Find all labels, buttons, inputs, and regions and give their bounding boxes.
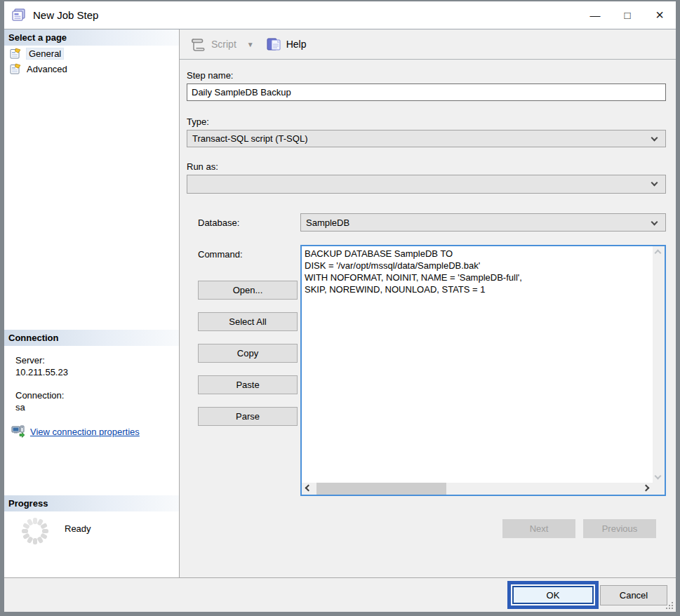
- vertical-scrollbar[interactable]: [653, 246, 665, 483]
- help-label: Help: [286, 39, 307, 50]
- server-value: 10.211.55.23: [15, 366, 179, 378]
- chevron-down-icon: [651, 180, 658, 187]
- scrollbar-thumb[interactable]: [316, 483, 446, 495]
- command-textarea[interactable]: BACKUP DATABASE SampleDB TO DISK = '/var…: [300, 245, 666, 496]
- type-select[interactable]: Transact-SQL script (T-SQL): [187, 130, 666, 147]
- job-step-form: Step name: Type: Transact-SQL script (T-…: [180, 60, 676, 577]
- chevron-down-icon: [651, 219, 658, 226]
- type-select-value: Transact-SQL script (T-SQL): [192, 133, 307, 144]
- step-nav-row: Next Previous: [187, 519, 666, 538]
- job-step-icon: [11, 8, 26, 22]
- connection-header: Connection: [4, 330, 179, 346]
- maximize-button[interactable]: □: [611, 1, 644, 29]
- previous-button[interactable]: Previous: [583, 519, 656, 538]
- view-connection-properties-link[interactable]: View connection properties: [11, 424, 179, 438]
- sidebar: Select a page General: [4, 29, 180, 577]
- database-label: Database:: [187, 217, 300, 228]
- copy-button[interactable]: Copy: [198, 344, 298, 363]
- database-select-value: SampleDB: [306, 217, 349, 228]
- progress-status: Ready: [65, 523, 91, 534]
- window-controls: — □ ×: [579, 1, 676, 29]
- run-as-select[interactable]: [187, 175, 666, 194]
- window-title: New Job Step: [33, 9, 98, 21]
- ok-annotation-highlight: OK: [507, 581, 599, 609]
- run-as-label: Run as:: [187, 161, 666, 172]
- connection-label: Connection:: [15, 389, 179, 401]
- select-a-page-header: Select a page: [4, 29, 179, 46]
- open-button[interactable]: Open...: [198, 281, 298, 300]
- cancel-button[interactable]: Cancel: [600, 585, 667, 605]
- titlebar: New Job Step — □ ×: [4, 1, 676, 29]
- server-label: Server:: [15, 354, 179, 366]
- command-controls: Command: Open... Select All Copy Paste P…: [187, 245, 300, 496]
- progress-section: Ready: [4, 511, 179, 547]
- paste-button[interactable]: Paste: [198, 375, 298, 394]
- script-scroll-icon: [189, 37, 206, 51]
- script-button[interactable]: Script ▼: [189, 37, 254, 51]
- dialog-footer: OK Cancel: [4, 577, 676, 612]
- scrollbar-corner: [653, 483, 665, 495]
- type-label: Type:: [187, 116, 666, 127]
- sidebar-item-label: Advanced: [27, 64, 67, 74]
- connection-properties-icon: [11, 425, 25, 438]
- minimize-button[interactable]: —: [579, 1, 611, 29]
- resize-grip[interactable]: [665, 601, 674, 610]
- sidebar-item-advanced[interactable]: Advanced: [4, 61, 179, 76]
- new-job-step-dialog: New Job Step — □ × Select a page: [0, 0, 680, 616]
- dialog-body: Select a page General: [4, 29, 676, 577]
- step-name-label: Step name:: [187, 70, 666, 81]
- progress-spinner-icon: [20, 516, 51, 547]
- command-label: Command:: [198, 249, 300, 260]
- ok-button[interactable]: OK: [512, 586, 594, 604]
- sidebar-item-label: General: [27, 48, 63, 59]
- sidebar-spacer: [4, 438, 179, 495]
- database-row: Database: SampleDB: [187, 213, 666, 232]
- page-icon: [10, 48, 22, 59]
- scroll-up-icon[interactable]: [655, 250, 662, 257]
- scroll-down-icon[interactable]: [655, 473, 662, 480]
- database-select[interactable]: SampleDB: [300, 213, 666, 232]
- progress-header: Progress: [4, 495, 179, 511]
- scroll-left-icon[interactable]: [305, 485, 312, 492]
- step-name-input[interactable]: [187, 83, 666, 101]
- main-panel: Script ▼ Help: [180, 29, 676, 577]
- link-label: View connection properties: [30, 427, 140, 437]
- page-icon: [10, 63, 22, 74]
- parse-button[interactable]: Parse: [198, 407, 298, 426]
- scroll-right-icon[interactable]: [643, 485, 650, 492]
- help-button[interactable]: Help: [267, 37, 307, 51]
- next-button[interactable]: Next: [502, 519, 575, 538]
- sidebar-spacer: [4, 76, 179, 330]
- toolbar: Script ▼ Help: [180, 29, 676, 60]
- script-label: Script: [211, 39, 236, 50]
- sidebar-item-general[interactable]: General: [4, 46, 179, 61]
- script-dropdown-caret-icon[interactable]: ▼: [247, 41, 254, 48]
- connection-info: Server: 10.211.55.23 Connection: sa: [4, 346, 179, 413]
- help-book-icon: [267, 37, 281, 51]
- command-row: Command: Open... Select All Copy Paste P…: [187, 245, 666, 496]
- chevron-down-icon: [651, 135, 658, 142]
- command-text[interactable]: BACKUP DATABASE SampleDB TO DISK = '/var…: [302, 246, 653, 483]
- select-all-button[interactable]: Select All: [198, 312, 298, 331]
- horizontal-scrollbar[interactable]: [302, 483, 653, 495]
- connection-value: sa: [15, 401, 179, 413]
- close-button[interactable]: ×: [644, 1, 676, 29]
